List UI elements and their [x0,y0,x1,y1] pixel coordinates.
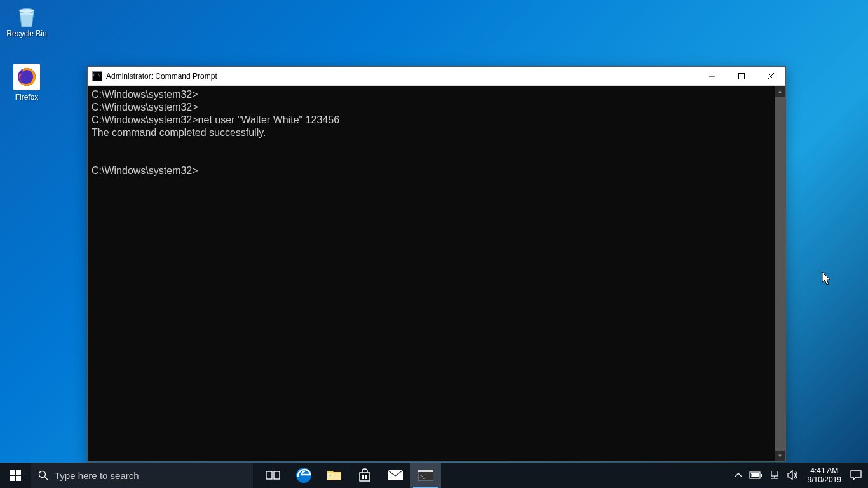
taskbar-task-view[interactable] [258,463,288,488]
taskbar-command-prompt[interactable]: >_ [410,463,441,488]
desktop-icon-firefox[interactable]: Firefox [3,64,51,102]
svg-point-0 [19,9,34,13]
tray-clock[interactable]: 4:41 AM 9/10/2019 [803,466,846,484]
svg-rect-17 [362,475,364,477]
svg-rect-23 [418,470,433,472]
taskbar-store[interactable] [349,463,380,488]
network-icon [770,471,780,480]
search-placeholder: Type here to search [55,470,139,481]
terminal-line: C:\Windows\system32> [92,102,198,112]
search-input[interactable]: Type here to search [31,463,253,488]
tray-volume[interactable] [783,463,803,488]
task-view-icon [266,470,280,481]
svg-point-10 [39,471,46,478]
terminal-content[interactable]: C:\Windows\system32> C:\Windows\system32… [88,86,775,461]
system-tray: 4:41 AM 9/10/2019 [731,463,868,488]
chevron-up-icon [735,472,742,478]
tray-action-center[interactable] [846,463,865,488]
taskbar-edge[interactable] [288,463,319,488]
close-button[interactable] [756,67,785,85]
recycle-bin-icon [13,3,40,29]
svg-rect-13 [274,471,280,479]
terminal-line: C:\Windows\system32>net user "Walter Whi… [92,114,339,125]
terminal-line: C:\Windows\system32> [92,89,198,100]
command-prompt-window: Administrator: Command Prompt C:\Windows… [87,66,786,462]
edge-icon [295,467,312,484]
svg-rect-7 [16,470,21,475]
svg-rect-19 [362,477,364,479]
scroll-thumb[interactable] [775,97,785,451]
notification-icon [850,470,862,480]
scrollbar[interactable]: ▲ ▼ [775,86,785,461]
scroll-up-icon[interactable]: ▲ [775,86,785,97]
maximize-icon [738,73,745,79]
clock-time: 4:41 AM [808,466,841,475]
cmd-window-icon [92,71,102,81]
tray-network[interactable] [766,463,783,488]
windows-icon [10,470,21,481]
taskbar: Type here to search [0,463,868,488]
cmd-icon: >_ [418,470,433,481]
mail-icon [387,470,403,481]
folder-icon [327,469,342,482]
svg-rect-12 [266,471,272,479]
taskbar-mail[interactable] [380,463,410,488]
store-icon [358,468,372,482]
search-icon [38,470,48,480]
svg-rect-26 [761,474,762,477]
svg-rect-9 [16,476,21,481]
minimize-button[interactable] [698,67,727,85]
svg-rect-18 [365,475,367,477]
desktop-icon-label: Firefox [3,93,51,102]
start-button[interactable] [0,463,31,488]
scroll-down-icon[interactable]: ▼ [775,451,785,461]
window-title: Administrator: Command Prompt [106,72,698,81]
volume-icon [787,470,799,480]
desktop-icon-recycle-bin[interactable]: Recycle Bin [3,3,51,38]
svg-rect-28 [771,471,778,476]
svg-rect-6 [10,470,15,475]
svg-line-11 [45,477,48,480]
svg-rect-27 [751,473,759,477]
terminal-line: C:\Windows\system32> [92,165,198,176]
firefox-icon [13,64,40,90]
mouse-cursor [822,272,832,286]
battery-icon [749,471,762,479]
desktop-icon-label: Recycle Bin [3,29,51,38]
close-icon [768,73,774,79]
titlebar[interactable]: Administrator: Command Prompt [88,67,785,86]
svg-text:>_: >_ [420,474,425,479]
svg-rect-3 [739,73,745,79]
taskbar-file-explorer[interactable] [319,463,349,488]
tray-overflow[interactable] [731,463,745,488]
svg-rect-16 [329,475,331,476]
clock-date: 9/10/2019 [808,475,841,484]
terminal-line: The command completed successfully. [92,127,266,138]
svg-rect-8 [10,476,15,481]
tray-battery[interactable] [745,463,766,488]
maximize-button[interactable] [727,67,756,85]
svg-rect-20 [365,477,367,479]
minimize-icon [709,73,715,79]
